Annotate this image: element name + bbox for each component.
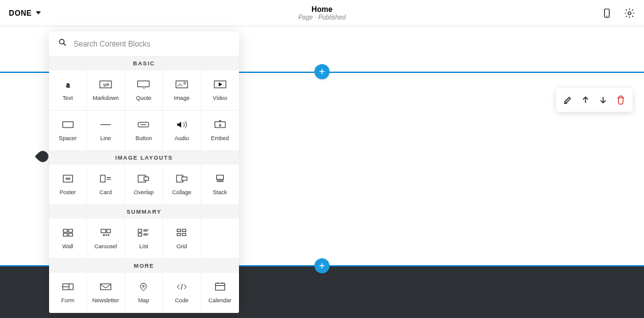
page-subtitle: Page · Published <box>298 14 346 21</box>
block-quote[interactable]: Quote <box>125 70 163 111</box>
delete-button[interactable] <box>613 92 629 108</box>
svg-rect-52 <box>182 233 186 236</box>
block-embed[interactable]: Embed <box>201 111 239 151</box>
svg-rect-46 <box>138 233 142 236</box>
block-label: Stack <box>213 189 228 195</box>
move-down-button[interactable] <box>595 92 611 108</box>
block-label: Form <box>61 297 74 304</box>
line-icon <box>99 120 113 130</box>
svg-rect-59 <box>215 283 225 290</box>
block-carousel[interactable]: Carousel <box>87 219 125 259</box>
code-icon <box>175 282 189 292</box>
block-spacer[interactable]: Spacer <box>49 111 87 151</box>
block-map[interactable]: Map <box>125 273 163 313</box>
edit-button[interactable] <box>560 92 576 108</box>
block-image[interactable]: Image <box>163 70 201 111</box>
poster-icon <box>61 174 75 184</box>
svg-point-40 <box>103 234 104 236</box>
block-label: Line <box>101 135 111 141</box>
block-grid[interactable]: Grid <box>163 219 201 259</box>
search-row <box>49 31 239 57</box>
move-up-button[interactable] <box>577 92 594 108</box>
newsletter-icon <box>99 282 113 292</box>
block-label: Newsletter <box>92 297 119 304</box>
svg-marker-15 <box>219 83 222 86</box>
top-bar: DONE Home Page · Published <box>0 0 644 26</box>
add-section-button-bottom[interactable]: + <box>314 258 330 273</box>
block-calendar[interactable]: Calendar <box>201 273 239 313</box>
map-icon <box>136 282 150 292</box>
image-icon <box>175 80 189 90</box>
block-markdown[interactable]: MMarkdown <box>87 70 125 111</box>
chevron-down-icon <box>36 11 41 14</box>
video-icon <box>213 80 227 90</box>
svg-rect-12 <box>176 81 187 88</box>
text-icon: a <box>61 80 75 90</box>
svg-rect-37 <box>69 233 72 236</box>
block-line[interactable]: Line <box>87 111 125 151</box>
svg-rect-34 <box>63 229 67 233</box>
card-icon <box>99 174 113 184</box>
svg-rect-21 <box>63 175 72 182</box>
block-label: Grid <box>176 243 187 249</box>
form-icon <box>61 282 75 292</box>
block-label: Wall <box>62 243 73 249</box>
svg-rect-49 <box>177 229 180 232</box>
block-button[interactable]: Button <box>125 111 163 151</box>
block-label: Card <box>99 189 112 195</box>
block-list[interactable]: List <box>125 219 163 259</box>
block-edit-toolbar <box>556 88 633 112</box>
block-label: Spacer <box>58 135 77 141</box>
block-poster[interactable]: Poster <box>49 165 87 205</box>
block-label: Quote <box>136 95 152 101</box>
block-wall[interactable]: Wall <box>49 219 87 259</box>
empty-cell <box>201 219 239 259</box>
block-collage[interactable]: Collage <box>163 165 201 205</box>
block-video[interactable]: Video <box>201 70 239 111</box>
block-newsletter[interactable]: Newsletter <box>87 273 125 313</box>
insert-pointer-icon <box>35 148 50 164</box>
block-label: Calendar <box>209 297 232 304</box>
grid-icon <box>175 228 189 238</box>
category-header: MORE <box>49 259 239 273</box>
block-code[interactable]: Code <box>163 273 201 313</box>
svg-rect-56 <box>101 284 111 290</box>
block-card[interactable]: Card <box>87 165 125 205</box>
svg-line-7 <box>64 43 65 45</box>
page-title-wrap: Home Page · Published <box>298 5 346 21</box>
content-blocks-panel: BASICaTextMMarkdownQuoteImageVideoSpacer… <box>49 31 239 313</box>
block-label: Button <box>135 135 152 141</box>
block-overlap[interactable]: Overlap <box>125 165 163 205</box>
quote-icon <box>136 80 150 90</box>
mobile-preview-icon[interactable] <box>601 8 613 19</box>
search-icon <box>58 38 67 50</box>
done-label: DONE <box>9 9 32 18</box>
svg-point-42 <box>108 234 109 236</box>
add-section-button-top[interactable]: + <box>314 64 330 79</box>
overlap-icon <box>136 174 150 184</box>
block-form[interactable]: Form <box>49 273 87 313</box>
settings-gear-icon[interactable] <box>624 8 635 19</box>
category-header: BASIC <box>49 57 239 70</box>
collage-icon <box>175 174 189 184</box>
block-label: List <box>139 243 148 249</box>
top-actions <box>601 8 635 19</box>
search-input[interactable] <box>74 40 230 48</box>
block-label: Poster <box>60 189 76 195</box>
block-audio[interactable]: Audio <box>163 111 201 151</box>
list-icon <box>136 228 150 238</box>
editor-canvas: + + BASICaTextMMarkdownQuoteImageVideoSp… <box>0 26 644 318</box>
svg-rect-36 <box>63 233 67 236</box>
block-label: Audio <box>174 135 189 141</box>
svg-text:M: M <box>103 83 106 87</box>
spacer-icon <box>61 120 75 130</box>
done-button[interactable]: DONE <box>9 9 41 18</box>
block-stack[interactable]: Stack <box>201 165 239 205</box>
markdown-icon: M <box>99 80 113 90</box>
svg-rect-31 <box>216 175 223 179</box>
block-text[interactable]: aText <box>49 70 87 111</box>
svg-rect-39 <box>107 229 110 233</box>
svg-rect-43 <box>138 229 142 233</box>
svg-text:a: a <box>66 80 70 89</box>
block-label: Embed <box>211 135 230 141</box>
